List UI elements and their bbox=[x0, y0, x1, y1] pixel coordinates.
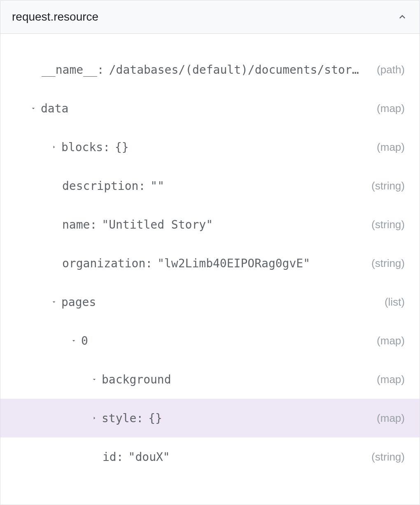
row-value: "douX" bbox=[128, 450, 170, 464]
row-value: "Untitled Story" bbox=[102, 218, 213, 231]
row-key: name bbox=[62, 218, 90, 231]
row-key: id bbox=[103, 450, 117, 464]
row-key: organization bbox=[62, 257, 145, 270]
row-key: data bbox=[41, 102, 68, 115]
row-value: {} bbox=[115, 140, 129, 154]
row-key: style bbox=[102, 411, 136, 425]
row-type: (map) bbox=[377, 412, 405, 425]
row-value: "" bbox=[150, 179, 164, 193]
row-type: (list) bbox=[385, 296, 405, 309]
row-value: {} bbox=[148, 411, 162, 425]
triangle-right-icon[interactable] bbox=[87, 415, 102, 421]
tree-row-blocks[interactable]: blocks : {} (map) bbox=[0, 128, 420, 166]
tree-row-name[interactable]: __name__ : /databases/(default)/document… bbox=[0, 50, 420, 89]
triangle-down-icon[interactable] bbox=[26, 105, 41, 112]
tree-row-dataname[interactable]: name : "Untitled Story" (string) bbox=[0, 205, 420, 244]
row-key: blocks bbox=[61, 140, 103, 154]
tree-row-pages[interactable]: pages (list) bbox=[0, 283, 420, 321]
row-type: (map) bbox=[377, 373, 405, 386]
panel-title: request.resource bbox=[12, 10, 98, 23]
row-type: (string) bbox=[371, 257, 405, 270]
row-key: 0 bbox=[81, 334, 88, 348]
request-resource-panel: request.resource __name__ : /databases/(… bbox=[0, 0, 420, 505]
tree-row-background[interactable]: background (map) bbox=[0, 360, 420, 399]
row-key: pages bbox=[61, 295, 96, 309]
tree-row-organization[interactable]: organization : "lw2Limb40EIPORag0gvE" (s… bbox=[0, 244, 420, 283]
row-key: background bbox=[102, 373, 171, 386]
row-type: (string) bbox=[371, 451, 405, 463]
row-type: (string) bbox=[371, 218, 405, 231]
tree-row-style[interactable]: style : {} (map) bbox=[0, 399, 420, 437]
tree-row-data[interactable]: data (map) bbox=[0, 89, 420, 128]
tree-content: __name__ : /databases/(default)/document… bbox=[0, 34, 420, 484]
tree-row-page0[interactable]: 0 (map) bbox=[0, 321, 420, 360]
tree-row-id[interactable]: id : "douX" (string) bbox=[0, 437, 420, 476]
row-type: (string) bbox=[371, 180, 405, 192]
row-type: (map) bbox=[377, 102, 405, 115]
row-value: "lw2Limb40EIPORag0gvE" bbox=[157, 257, 310, 270]
row-type: (map) bbox=[377, 334, 405, 347]
row-key: description bbox=[62, 179, 138, 193]
chevron-up-icon[interactable] bbox=[397, 11, 408, 23]
row-key: __name__ bbox=[42, 63, 97, 77]
row-type: (map) bbox=[377, 141, 405, 154]
triangle-down-icon[interactable] bbox=[47, 299, 61, 305]
row-value: /databases/(default)/documents/stor… bbox=[109, 63, 359, 77]
row-type: (path) bbox=[377, 63, 405, 76]
triangle-down-icon[interactable] bbox=[87, 376, 102, 383]
triangle-down-icon[interactable] bbox=[66, 337, 81, 344]
panel-header[interactable]: request.resource bbox=[0, 0, 420, 34]
triangle-right-icon[interactable] bbox=[47, 144, 61, 150]
tree-row-description[interactable]: description : "" (string) bbox=[0, 166, 420, 205]
